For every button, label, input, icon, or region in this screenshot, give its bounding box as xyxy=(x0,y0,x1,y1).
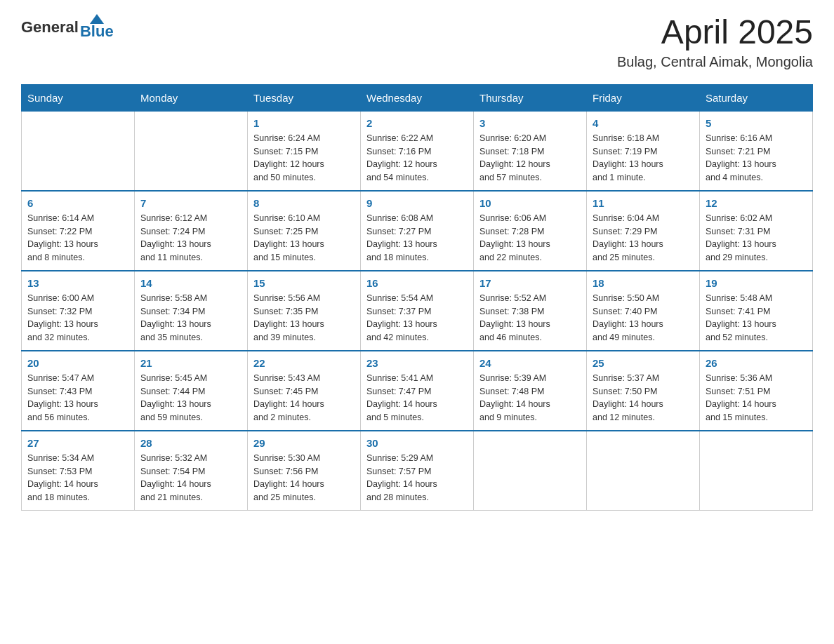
day-number: 18 xyxy=(593,277,694,289)
day-number: 21 xyxy=(140,357,241,369)
calendar-cell xyxy=(587,431,700,511)
logo: General Blue xyxy=(21,14,114,41)
day-number: 15 xyxy=(253,277,355,289)
calendar-cell: 28Sunrise: 5:32 AM Sunset: 7:54 PM Dayli… xyxy=(135,431,248,511)
calendar-cell: 29Sunrise: 5:30 AM Sunset: 7:56 PM Dayli… xyxy=(248,431,361,511)
calendar-cell xyxy=(135,111,248,191)
calendar-cell: 26Sunrise: 5:36 AM Sunset: 7:51 PM Dayli… xyxy=(700,351,813,431)
calendar-cell xyxy=(474,431,587,511)
calendar-cell: 21Sunrise: 5:45 AM Sunset: 7:44 PM Dayli… xyxy=(135,351,248,431)
day-number: 22 xyxy=(253,357,355,369)
calendar-header-wednesday: Wednesday xyxy=(361,84,474,111)
day-info: Sunrise: 5:52 AM Sunset: 7:38 PM Dayligh… xyxy=(479,292,581,344)
day-info: Sunrise: 6:10 AM Sunset: 7:25 PM Dayligh… xyxy=(253,212,355,264)
day-number: 30 xyxy=(366,437,468,449)
page-header: General Blue April 2025 Bulag, Central A… xyxy=(21,14,813,70)
day-info: Sunrise: 5:34 AM Sunset: 7:53 PM Dayligh… xyxy=(27,452,128,504)
calendar-cell: 18Sunrise: 5:50 AM Sunset: 7:40 PM Dayli… xyxy=(587,271,700,351)
calendar-cell: 27Sunrise: 5:34 AM Sunset: 7:53 PM Dayli… xyxy=(22,431,135,511)
calendar-cell: 3Sunrise: 6:20 AM Sunset: 7:18 PM Daylig… xyxy=(474,111,587,191)
day-number: 26 xyxy=(706,357,807,369)
day-info: Sunrise: 5:43 AM Sunset: 7:45 PM Dayligh… xyxy=(253,372,355,424)
month-title: April 2025 xyxy=(617,14,813,51)
day-number: 4 xyxy=(593,117,694,129)
calendar-cell: 10Sunrise: 6:06 AM Sunset: 7:28 PM Dayli… xyxy=(474,191,587,271)
calendar-cell xyxy=(22,111,135,191)
calendar-header-saturday: Saturday xyxy=(700,84,813,111)
calendar-cell: 9Sunrise: 6:08 AM Sunset: 7:27 PM Daylig… xyxy=(361,191,474,271)
location-title: Bulag, Central Aimak, Mongolia xyxy=(617,54,813,70)
calendar-week-row: 20Sunrise: 5:47 AM Sunset: 7:43 PM Dayli… xyxy=(22,351,813,431)
day-info: Sunrise: 6:22 AM Sunset: 7:16 PM Dayligh… xyxy=(366,132,468,185)
day-number: 3 xyxy=(479,117,581,129)
day-info: Sunrise: 6:24 AM Sunset: 7:15 PM Dayligh… xyxy=(253,132,355,185)
day-info: Sunrise: 5:45 AM Sunset: 7:44 PM Dayligh… xyxy=(140,372,241,424)
calendar-cell: 11Sunrise: 6:04 AM Sunset: 7:29 PM Dayli… xyxy=(587,191,700,271)
day-number: 25 xyxy=(593,357,694,369)
day-number: 11 xyxy=(593,197,694,209)
calendar-cell: 5Sunrise: 6:16 AM Sunset: 7:21 PM Daylig… xyxy=(700,111,813,191)
calendar-cell: 25Sunrise: 5:37 AM Sunset: 7:50 PM Dayli… xyxy=(587,351,700,431)
calendar-week-row: 27Sunrise: 5:34 AM Sunset: 7:53 PM Dayli… xyxy=(22,431,813,511)
calendar-week-row: 6Sunrise: 6:14 AM Sunset: 7:22 PM Daylig… xyxy=(22,191,813,271)
day-number: 13 xyxy=(27,277,128,289)
calendar-cell: 6Sunrise: 6:14 AM Sunset: 7:22 PM Daylig… xyxy=(22,191,135,271)
day-info: Sunrise: 5:29 AM Sunset: 7:57 PM Dayligh… xyxy=(366,452,468,504)
day-number: 19 xyxy=(706,277,807,289)
day-number: 23 xyxy=(366,357,468,369)
day-info: Sunrise: 5:32 AM Sunset: 7:54 PM Dayligh… xyxy=(140,452,241,504)
day-number: 9 xyxy=(366,197,468,209)
calendar-header-friday: Friday xyxy=(587,84,700,111)
day-number: 20 xyxy=(27,357,128,369)
calendar-header-row: SundayMondayTuesdayWednesdayThursdayFrid… xyxy=(22,84,813,111)
day-info: Sunrise: 6:04 AM Sunset: 7:29 PM Dayligh… xyxy=(593,212,694,264)
day-info: Sunrise: 5:48 AM Sunset: 7:41 PM Dayligh… xyxy=(706,292,807,344)
day-number: 27 xyxy=(27,437,128,449)
calendar-cell: 22Sunrise: 5:43 AM Sunset: 7:45 PM Dayli… xyxy=(248,351,361,431)
calendar-cell: 15Sunrise: 5:56 AM Sunset: 7:35 PM Dayli… xyxy=(248,271,361,351)
day-info: Sunrise: 6:16 AM Sunset: 7:21 PM Dayligh… xyxy=(706,132,807,185)
day-info: Sunrise: 5:39 AM Sunset: 7:48 PM Dayligh… xyxy=(479,372,581,424)
calendar-header-tuesday: Tuesday xyxy=(248,84,361,111)
day-number: 2 xyxy=(366,117,468,129)
calendar-header-sunday: Sunday xyxy=(22,84,135,111)
day-info: Sunrise: 6:20 AM Sunset: 7:18 PM Dayligh… xyxy=(479,132,581,185)
day-number: 24 xyxy=(479,357,581,369)
day-number: 12 xyxy=(706,197,807,209)
day-info: Sunrise: 5:50 AM Sunset: 7:40 PM Dayligh… xyxy=(593,292,694,344)
day-number: 29 xyxy=(253,437,355,449)
day-number: 10 xyxy=(479,197,581,209)
day-info: Sunrise: 5:30 AM Sunset: 7:56 PM Dayligh… xyxy=(253,452,355,504)
calendar-cell: 12Sunrise: 6:02 AM Sunset: 7:31 PM Dayli… xyxy=(700,191,813,271)
day-info: Sunrise: 5:36 AM Sunset: 7:51 PM Dayligh… xyxy=(706,372,807,424)
calendar-cell: 24Sunrise: 5:39 AM Sunset: 7:48 PM Dayli… xyxy=(474,351,587,431)
day-info: Sunrise: 5:47 AM Sunset: 7:43 PM Dayligh… xyxy=(27,372,128,424)
calendar-header-monday: Monday xyxy=(135,84,248,111)
day-number: 5 xyxy=(706,117,807,129)
day-info: Sunrise: 5:41 AM Sunset: 7:47 PM Dayligh… xyxy=(366,372,468,424)
day-number: 1 xyxy=(253,117,355,129)
calendar-cell xyxy=(700,431,813,511)
calendar-cell: 17Sunrise: 5:52 AM Sunset: 7:38 PM Dayli… xyxy=(474,271,587,351)
day-info: Sunrise: 6:02 AM Sunset: 7:31 PM Dayligh… xyxy=(706,212,807,264)
day-info: Sunrise: 6:06 AM Sunset: 7:28 PM Dayligh… xyxy=(479,212,581,264)
logo-text-general: General xyxy=(21,18,79,36)
day-number: 28 xyxy=(140,437,241,449)
day-info: Sunrise: 5:37 AM Sunset: 7:50 PM Dayligh… xyxy=(593,372,694,424)
day-info: Sunrise: 6:08 AM Sunset: 7:27 PM Dayligh… xyxy=(366,212,468,264)
day-info: Sunrise: 6:00 AM Sunset: 7:32 PM Dayligh… xyxy=(27,292,128,344)
day-info: Sunrise: 5:58 AM Sunset: 7:34 PM Dayligh… xyxy=(140,292,241,344)
calendar-cell: 16Sunrise: 5:54 AM Sunset: 7:37 PM Dayli… xyxy=(361,271,474,351)
day-number: 17 xyxy=(479,277,581,289)
day-info: Sunrise: 6:12 AM Sunset: 7:24 PM Dayligh… xyxy=(140,212,241,264)
day-info: Sunrise: 6:14 AM Sunset: 7:22 PM Dayligh… xyxy=(27,212,128,264)
day-info: Sunrise: 5:56 AM Sunset: 7:35 PM Dayligh… xyxy=(253,292,355,344)
day-info: Sunrise: 6:18 AM Sunset: 7:19 PM Dayligh… xyxy=(593,132,694,185)
calendar-header-thursday: Thursday xyxy=(474,84,587,111)
calendar-cell: 2Sunrise: 6:22 AM Sunset: 7:16 PM Daylig… xyxy=(361,111,474,191)
calendar-cell: 8Sunrise: 6:10 AM Sunset: 7:25 PM Daylig… xyxy=(248,191,361,271)
logo-text-blue: Blue xyxy=(80,22,114,41)
calendar-cell: 19Sunrise: 5:48 AM Sunset: 7:41 PM Dayli… xyxy=(700,271,813,351)
calendar-week-row: 13Sunrise: 6:00 AM Sunset: 7:32 PM Dayli… xyxy=(22,271,813,351)
calendar-cell: 7Sunrise: 6:12 AM Sunset: 7:24 PM Daylig… xyxy=(135,191,248,271)
